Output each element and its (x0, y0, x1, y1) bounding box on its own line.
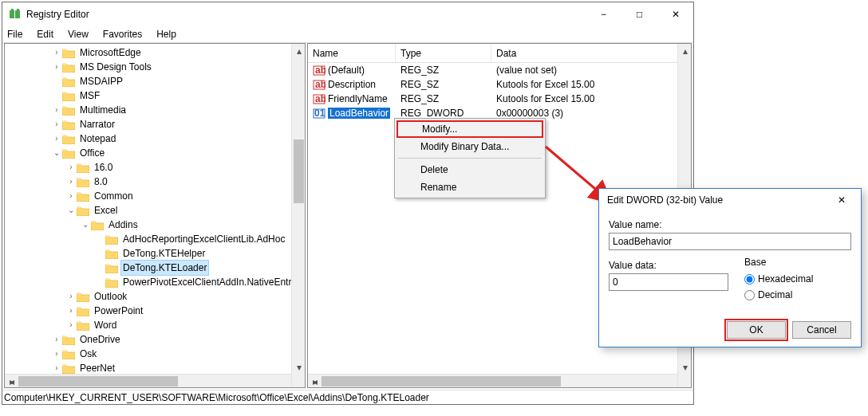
tree-item[interactable]: ›MS Design Tools (8, 60, 305, 74)
tree-item-label: 16.0 (93, 160, 114, 175)
tree-item[interactable]: ›Outlook (8, 289, 305, 304)
svg-text:ab: ab (315, 65, 326, 76)
col-header-data[interactable]: Data (491, 44, 691, 62)
folder-icon (62, 90, 75, 101)
folder-icon (62, 147, 75, 159)
chevron-icon[interactable]: › (51, 60, 62, 74)
chevron-icon[interactable]: › (65, 304, 77, 318)
chevron-icon[interactable]: ⌄ (80, 218, 91, 232)
chevron-icon[interactable]: › (51, 45, 62, 60)
dialog-close-button[interactable]: ✕ (826, 190, 858, 210)
list-horizontal-scrollbar[interactable]: ◂ ▸ (308, 374, 677, 387)
tree-item[interactable]: DeTong.KTELoader (8, 261, 305, 275)
tree-item-label: Word (93, 318, 118, 332)
tree-item[interactable]: MSDAIPP (8, 74, 305, 88)
chevron-icon[interactable]: › (51, 131, 62, 146)
menu-favorites[interactable]: Favorites (101, 27, 144, 41)
col-header-type[interactable]: Type (396, 44, 491, 62)
list-row[interactable]: abFriendlyNameREG_SZKutools for Excel 15… (308, 92, 691, 106)
edit-dword-dialog: Edit DWORD (32-bit) Value ✕ Value name: … (598, 188, 862, 347)
tree-item[interactable]: ⌄Office (8, 146, 305, 160)
folder-icon (62, 61, 75, 73)
menu-file[interactable]: File (6, 27, 24, 41)
menubar: File Edit View Favorites Help (2, 26, 693, 42)
tree-item[interactable]: ›PowerPoint (8, 304, 305, 318)
context-menu-item[interactable]: Modify Binary Data... (397, 138, 543, 155)
scroll-right-icon[interactable]: ▸ (5, 375, 18, 388)
value-name: LoadBehavior (328, 108, 390, 119)
chevron-icon[interactable]: ⌄ (51, 146, 62, 160)
tree-pane[interactable]: ›MicrosoftEdge›MS Design ToolsMSDAIPPMSF… (4, 43, 306, 388)
cancel-button[interactable]: Cancel (792, 321, 851, 339)
scroll-thumb[interactable] (18, 376, 178, 387)
tree-item[interactable]: ›8.0 (8, 175, 305, 189)
scroll-thumb[interactable] (294, 139, 304, 203)
svg-rect-2 (11, 9, 14, 11)
tree-item-label: Excel (93, 203, 119, 218)
menu-help[interactable]: Help (155, 27, 178, 41)
tree-item[interactable]: ›Osk (8, 347, 305, 361)
context-menu-item[interactable]: Delete (397, 161, 543, 179)
tree-item[interactable]: DeTong.KTEHelper (8, 246, 305, 261)
statusbar-path: Computer\HKEY_CURRENT_USER\SOFTWARE\Micr… (4, 392, 429, 403)
ok-button[interactable]: OK (727, 321, 786, 339)
menu-edit[interactable]: Edit (35, 27, 55, 41)
tree-item[interactable]: AdHocReportingExcelClientLib.AdHoc (8, 232, 305, 246)
svg-rect-1 (15, 10, 20, 18)
value-type: REG_SZ (396, 63, 491, 77)
chevron-icon[interactable]: › (65, 189, 77, 203)
scroll-up-icon[interactable]: ▴ (678, 44, 692, 57)
tree-item-label: Narrator (78, 117, 116, 131)
dialog-title[interactable]: Edit DWORD (32-bit) Value (599, 189, 861, 211)
menu-view[interactable]: View (66, 27, 90, 41)
minimize-button[interactable]: − (586, 3, 621, 26)
tree-item[interactable]: PowerPivotExcelClientAddIn.NativeEntry (8, 275, 305, 289)
tree-vertical-scrollbar[interactable]: ▴ ▾ (291, 44, 305, 387)
value-name-input[interactable] (609, 233, 851, 250)
scroll-up-icon[interactable]: ▴ (292, 44, 306, 57)
context-menu-item[interactable]: Modify... (397, 120, 543, 138)
radio-hexadecimal[interactable] (744, 274, 755, 285)
tree-item[interactable]: ›Word (8, 318, 305, 332)
string-value-icon: ab (313, 64, 326, 77)
tree-item[interactable]: MSF (8, 88, 305, 103)
chevron-icon[interactable]: › (51, 332, 62, 347)
tree-item[interactable]: ›Common (8, 189, 305, 203)
radio-decimal[interactable] (744, 290, 755, 300)
tree-item-label: Osk (78, 347, 98, 361)
chevron-icon[interactable]: › (51, 117, 62, 131)
titlebar[interactable]: Registry Editor − □ ✕ (2, 2, 693, 26)
maximize-button[interactable]: □ (621, 3, 657, 26)
tree-horizontal-scrollbar[interactable]: ◂ ▸ (5, 374, 291, 387)
scroll-right-icon[interactable]: ▸ (308, 375, 322, 388)
scroll-thumb[interactable] (322, 376, 561, 387)
context-menu-item[interactable]: Rename (397, 179, 543, 196)
tree-item[interactable]: ›OneDrive (8, 332, 305, 347)
tree-item-label: MSDAIPP (78, 74, 124, 88)
value-type: REG_SZ (396, 92, 491, 106)
list-row[interactable]: ab(Default)REG_SZ(value not set) (308, 63, 691, 77)
folder-icon (91, 219, 104, 230)
chevron-icon[interactable]: › (65, 289, 77, 304)
scroll-down-icon[interactable]: ▾ (292, 360, 306, 374)
col-header-name[interactable]: Name (308, 44, 396, 62)
tree-item[interactable]: ›16.0 (8, 160, 305, 175)
chevron-icon[interactable]: › (51, 103, 62, 117)
tree-item[interactable]: ›Narrator (8, 117, 305, 131)
list-row[interactable]: abDescriptionREG_SZKutools for Excel 15.… (308, 77, 691, 92)
scroll-down-icon[interactable]: ▾ (678, 360, 692, 374)
close-button[interactable]: ✕ (657, 3, 693, 26)
chevron-icon[interactable]: › (51, 347, 62, 361)
tree-item-label: OneDrive (78, 332, 122, 347)
tree-item[interactable]: ⌄Addins (8, 218, 305, 232)
chevron-icon[interactable]: › (65, 318, 77, 332)
chevron-icon[interactable]: ⌄ (65, 203, 77, 218)
tree-item[interactable]: ›Notepad (8, 131, 305, 146)
tree-item[interactable]: ›MicrosoftEdge (8, 45, 305, 60)
value-data-input[interactable] (609, 273, 728, 291)
chevron-icon[interactable]: › (65, 175, 77, 189)
tree-item[interactable]: ›Multimedia (8, 103, 305, 117)
tree-item[interactable]: ⌄Excel (8, 203, 305, 218)
window-title: Registry Editor (26, 9, 586, 20)
chevron-icon[interactable]: › (65, 160, 77, 175)
